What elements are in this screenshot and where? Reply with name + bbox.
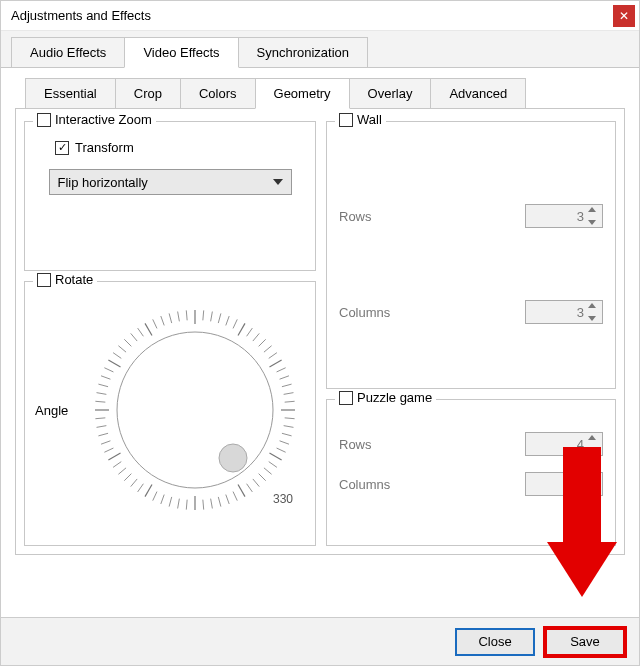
puzzle-label: Puzzle game	[357, 390, 432, 405]
interactive-zoom-checkbox[interactable]	[37, 113, 51, 127]
tab-synchronization[interactable]: Synchronization	[238, 37, 369, 67]
wall-panel: Wall Rows 3 Columns 3	[326, 121, 616, 389]
svg-line-46	[131, 333, 137, 341]
svg-point-73	[219, 444, 247, 472]
svg-point-72	[117, 332, 273, 488]
svg-line-49	[153, 319, 157, 328]
svg-line-61	[247, 328, 253, 336]
puzzle-title: Puzzle game	[335, 390, 436, 405]
puzzle-cols-label: Columns	[339, 477, 390, 492]
interactive-zoom-title: Interactive Zoom	[33, 112, 156, 127]
svg-line-57	[218, 313, 221, 323]
subtab-essential[interactable]: Essential	[25, 78, 116, 108]
svg-line-66	[269, 360, 281, 367]
puzzle-cols-row: Columns	[339, 472, 603, 496]
angle-dial[interactable]: 330	[85, 300, 305, 520]
svg-line-45	[124, 339, 131, 346]
rotate-checkbox[interactable]	[37, 273, 51, 287]
puzzle-panel: Puzzle game Rows 4 Columns	[326, 399, 616, 546]
puzzle-checkbox[interactable]	[339, 391, 353, 405]
svg-line-47	[138, 328, 144, 336]
svg-line-3	[282, 433, 292, 436]
subtab-advanced[interactable]: Advanced	[430, 78, 526, 108]
wall-cols-spinbox[interactable]: 3	[525, 300, 603, 324]
close-button[interactable]: Close	[455, 628, 535, 656]
wall-rows-spinbox[interactable]: 3	[525, 204, 603, 228]
svg-line-7	[269, 462, 277, 468]
subtab-crop[interactable]: Crop	[115, 78, 181, 108]
subtab-colors[interactable]: Colors	[180, 78, 256, 108]
svg-line-69	[282, 384, 292, 387]
svg-line-25	[138, 484, 144, 492]
svg-line-48	[145, 323, 152, 335]
close-icon[interactable]: ✕	[613, 5, 635, 27]
svg-line-24	[145, 484, 152, 496]
transform-dropdown[interactable]: Flip horizontally	[49, 169, 292, 195]
svg-line-43	[113, 353, 121, 359]
geometry-pane: Interactive Zoom Transform Flip horizont…	[15, 109, 625, 555]
svg-line-34	[97, 426, 107, 428]
wall-title: Wall	[335, 112, 386, 127]
geometry-left-column: Interactive Zoom Transform Flip horizont…	[24, 121, 316, 546]
transform-label: Transform	[75, 140, 134, 155]
svg-line-64	[264, 346, 272, 352]
chevron-down-icon	[273, 179, 283, 185]
svg-line-11	[247, 484, 253, 492]
svg-line-63	[259, 339, 266, 346]
svg-line-42	[108, 360, 120, 367]
sub-tab-bar: Essential Crop Colors Geometry Overlay A…	[15, 78, 625, 109]
subtab-overlay[interactable]: Overlay	[349, 78, 432, 108]
transform-checkbox[interactable]	[55, 141, 69, 155]
svg-line-68	[280, 376, 289, 379]
svg-line-2	[284, 426, 294, 428]
puzzle-cols-spinbox[interactable]	[525, 472, 603, 496]
svg-line-35	[95, 418, 105, 419]
svg-line-1	[285, 418, 295, 419]
svg-line-50	[161, 316, 164, 325]
svg-line-44	[118, 346, 126, 352]
subtab-geometry[interactable]: Geometry	[255, 78, 350, 109]
svg-line-27	[124, 474, 131, 481]
svg-line-67	[277, 368, 286, 372]
puzzle-rows-spinbox[interactable]: 4	[525, 432, 603, 456]
svg-line-10	[253, 479, 259, 487]
rotate-label: Rotate	[55, 272, 93, 287]
svg-line-17	[203, 500, 204, 510]
svg-line-32	[101, 441, 110, 444]
interactive-zoom-panel: Interactive Zoom Transform Flip horizont…	[24, 121, 316, 271]
tab-audio-effects[interactable]: Audio Effects	[11, 37, 125, 67]
svg-line-28	[118, 468, 126, 474]
svg-line-22	[161, 495, 164, 504]
wall-cols-row: Columns 3	[339, 300, 603, 324]
svg-line-26	[131, 479, 137, 487]
svg-line-8	[264, 468, 272, 474]
svg-line-59	[233, 319, 237, 328]
svg-line-60	[238, 323, 245, 335]
svg-line-15	[218, 497, 221, 507]
svg-line-52	[178, 312, 180, 322]
rotate-panel: Rotate Angle 330	[24, 281, 316, 546]
wall-cols-label: Columns	[339, 305, 390, 320]
transform-dropdown-value: Flip horizontally	[58, 175, 148, 190]
svg-line-6	[269, 453, 281, 460]
puzzle-rows-row: Rows 4	[339, 432, 603, 456]
interactive-zoom-label: Interactive Zoom	[55, 112, 152, 127]
angle-label: Angle	[35, 403, 81, 418]
tab-video-effects[interactable]: Video Effects	[124, 37, 238, 68]
main-tab-bar: Audio Effects Video Effects Synchronizat…	[1, 31, 639, 68]
wall-rows-label: Rows	[339, 209, 372, 224]
save-button[interactable]: Save	[545, 628, 625, 656]
wall-checkbox[interactable]	[339, 113, 353, 127]
title-bar: Adjustments and Effects ✕	[1, 1, 639, 31]
wall-label: Wall	[357, 112, 382, 127]
svg-line-55	[203, 310, 204, 320]
svg-line-38	[97, 393, 107, 395]
svg-line-33	[98, 433, 108, 436]
svg-line-21	[169, 497, 172, 507]
svg-line-51	[169, 313, 172, 323]
svg-line-40	[101, 376, 110, 379]
svg-line-37	[95, 401, 105, 402]
dialog-window: Adjustments and Effects ✕ Audio Effects …	[0, 0, 640, 666]
svg-line-16	[211, 499, 213, 509]
rotate-title: Rotate	[33, 272, 97, 287]
